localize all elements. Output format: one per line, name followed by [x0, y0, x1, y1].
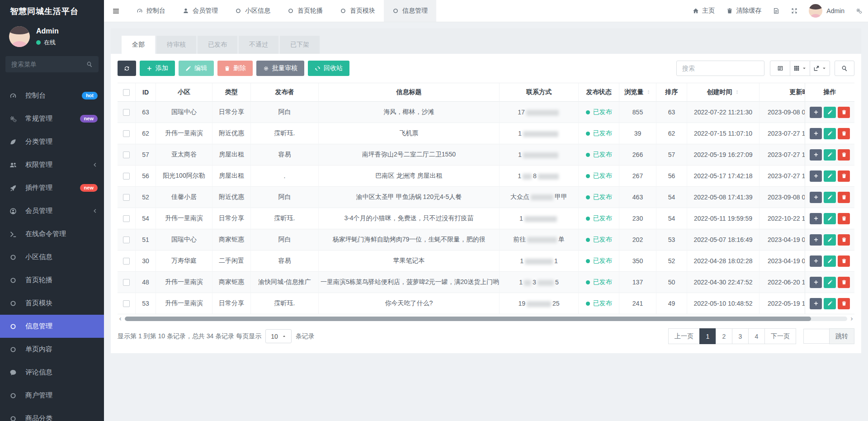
detail-view-button[interactable] — [770, 61, 790, 76]
sidebar-search-input[interactable] — [11, 61, 86, 68]
scrollbar-track[interactable] — [125, 317, 847, 321]
row-checkbox[interactable] — [123, 109, 130, 116]
sidebar-item-6[interactable]: 在线命令管理 — [0, 222, 104, 246]
row-edit-button[interactable] — [824, 277, 836, 288]
tab-4[interactable]: 已下架 — [280, 36, 320, 54]
sort-icon[interactable] — [646, 90, 651, 95]
next-page-button[interactable]: 下一页 — [764, 328, 796, 344]
row-checkbox[interactable] — [123, 173, 130, 180]
refresh-button[interactable] — [118, 61, 136, 76]
log-viewer-button[interactable] — [767, 0, 785, 22]
row-delete-button[interactable] — [838, 234, 850, 246]
page-jump-button[interactable]: 跳转 — [829, 328, 854, 344]
row-delete-button[interactable] — [838, 192, 850, 203]
row-edit-button[interactable] — [824, 234, 836, 246]
page-jump-input[interactable] — [803, 329, 830, 344]
tab-1[interactable]: 待审核 — [156, 36, 196, 54]
sidebar-item-4[interactable]: 插件管理new — [0, 176, 104, 199]
prev-page-button[interactable]: 上一页 — [668, 328, 700, 344]
column-header[interactable]: 创建时间 — [687, 83, 760, 102]
settings-button[interactable] — [850, 0, 868, 22]
topnav-item-5[interactable]: 信息管理 — [384, 0, 436, 22]
row-checkbox[interactable] — [123, 258, 130, 265]
page-button-1[interactable]: 1 — [699, 328, 716, 344]
row-detail-button[interactable] — [810, 107, 822, 118]
sidebar-item-2[interactable]: 分类管理 — [0, 130, 104, 153]
export-button[interactable] — [810, 61, 830, 76]
row-checkbox[interactable] — [123, 279, 130, 286]
row-edit-button[interactable] — [824, 107, 836, 118]
topnav-item-4[interactable]: 首页模块 — [331, 0, 384, 22]
row-checkbox[interactable] — [123, 215, 130, 222]
sidebar-item-14[interactable]: 商品分类 — [0, 407, 104, 421]
tab-2[interactable]: 已发布 — [198, 36, 237, 54]
row-detail-button[interactable] — [810, 192, 822, 203]
home-link[interactable]: 主页 — [687, 0, 721, 22]
user-avatar[interactable] — [9, 26, 30, 47]
page-size-select[interactable]: 10 — [265, 329, 292, 343]
tab-3[interactable]: 不通过 — [239, 36, 278, 54]
sidebar-item-13[interactable]: 商户管理 — [0, 384, 104, 407]
row-delete-button[interactable] — [838, 213, 850, 224]
row-delete-button[interactable] — [838, 170, 850, 182]
sidebar-item-12[interactable]: 评论信息 — [0, 361, 104, 384]
sort-icon[interactable] — [735, 90, 740, 95]
page-button-3[interactable]: 3 — [732, 328, 749, 344]
row-edit-button[interactable] — [824, 149, 836, 161]
sidebar-item-7[interactable]: 小区信息 — [0, 246, 104, 269]
recycle-bin-button[interactable]: 回收站 — [308, 61, 349, 76]
row-delete-button[interactable] — [838, 277, 850, 288]
topnav-item-0[interactable]: 控制台 — [128, 0, 174, 22]
tab-0[interactable]: 全部 — [122, 36, 155, 54]
table-search-input[interactable] — [676, 61, 764, 76]
row-detail-button[interactable] — [810, 128, 822, 139]
scroll-right-icon[interactable]: › — [849, 316, 854, 322]
row-edit-button[interactable] — [824, 192, 836, 203]
row-checkbox[interactable] — [123, 237, 130, 243]
columns-button[interactable] — [790, 61, 810, 76]
sidebar-item-5[interactable]: 会员管理 — [0, 199, 104, 222]
row-delete-button[interactable] — [838, 128, 850, 139]
topnav-item-1[interactable]: 会员管理 — [174, 0, 226, 22]
row-delete-button[interactable] — [838, 149, 850, 161]
row-checkbox[interactable] — [123, 300, 130, 307]
row-edit-button[interactable] — [824, 298, 836, 309]
row-detail-button[interactable] — [810, 255, 822, 267]
delete-button[interactable]: 删除 — [217, 61, 253, 76]
row-detail-button[interactable] — [810, 149, 822, 161]
clear-cache-link[interactable]: 清除缓存 — [721, 0, 767, 22]
horizontal-scrollbar[interactable]: ‹ › — [118, 316, 854, 322]
row-detail-button[interactable] — [810, 298, 822, 309]
sidebar-item-0[interactable]: 控制台hot — [0, 84, 104, 107]
search-submit-button[interactable] — [835, 61, 854, 76]
select-all-checkbox[interactable] — [123, 89, 130, 96]
row-edit-button[interactable] — [824, 128, 836, 139]
row-checkbox[interactable] — [123, 151, 130, 158]
add-button[interactable]: 添加 — [140, 61, 175, 76]
row-edit-button[interactable] — [824, 255, 836, 267]
edit-button[interactable]: 编辑 — [179, 61, 214, 76]
fullscreen-button[interactable] — [785, 0, 803, 22]
row-delete-button[interactable] — [838, 107, 850, 118]
row-detail-button[interactable] — [810, 234, 822, 246]
row-delete-button[interactable] — [838, 298, 850, 309]
sidebar-item-9[interactable]: 首页模块 — [0, 292, 104, 315]
scrollbar-thumb[interactable] — [125, 317, 811, 321]
sidebar-item-11[interactable]: 单页内容 — [0, 338, 104, 361]
row-checkbox[interactable] — [123, 194, 130, 201]
row-detail-button[interactable] — [810, 277, 822, 288]
column-header[interactable]: 浏览量 — [619, 83, 656, 102]
topnav-item-2[interactable]: 小区信息 — [226, 0, 279, 22]
row-delete-button[interactable] — [838, 255, 850, 267]
row-detail-button[interactable] — [810, 213, 822, 224]
navbar-user-menu[interactable]: Admin — [803, 0, 850, 22]
batch-audit-button[interactable]: 批量审核 — [256, 61, 304, 76]
row-edit-button[interactable] — [824, 213, 836, 224]
sidebar-item-10[interactable]: 信息管理 — [0, 315, 104, 338]
sidebar-item-8[interactable]: 首页轮播 — [0, 269, 104, 292]
row-detail-button[interactable] — [810, 170, 822, 182]
page-button-2[interactable]: 2 — [716, 328, 732, 344]
topnav-item-3[interactable]: 首页轮播 — [279, 0, 331, 22]
sidebar-item-1[interactable]: 常规管理new — [0, 107, 104, 130]
sidebar-item-3[interactable]: 权限管理 — [0, 153, 104, 176]
